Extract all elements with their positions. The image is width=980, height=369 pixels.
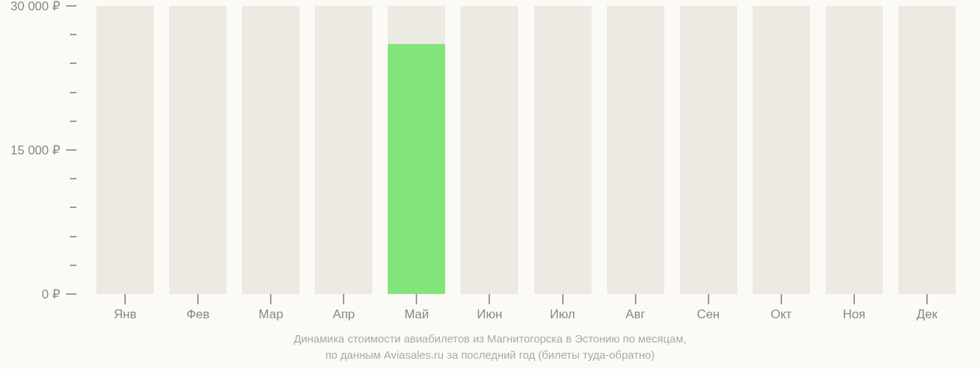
y-axis-label: 0 ₽: [42, 287, 60, 302]
x-axis-tick: [270, 294, 271, 304]
y-axis-minor-tick: [70, 121, 77, 122]
bar-background: [607, 6, 664, 294]
y-axis-minor-tick: [70, 34, 77, 35]
x-axis-tick: [489, 294, 490, 304]
bar-background: [461, 6, 518, 294]
bar-Дек: [898, 6, 956, 294]
bar-value: [388, 44, 445, 294]
caption-line-1: Динамика стоимости авиабилетов из Магнит…: [294, 332, 686, 345]
x-axis-label: Фев: [186, 307, 209, 322]
bar-Мар: [242, 6, 299, 294]
bar-background: [242, 6, 299, 294]
x-axis-label: Мар: [259, 307, 283, 322]
x-axis-label: Авг: [625, 307, 645, 322]
bar-background: [680, 6, 737, 294]
x-axis-label: Июл: [550, 307, 575, 322]
bar-background: [825, 6, 883, 294]
bar-Апр: [315, 6, 372, 294]
x-axis-tick: [343, 294, 344, 304]
x-axis-tick: [197, 294, 199, 304]
y-axis-label: 30 000 ₽: [10, 0, 60, 14]
x-axis-tick: [124, 294, 126, 304]
x-axis-tick: [853, 294, 855, 304]
x-axis-tick: [635, 294, 636, 304]
x-axis-label: Апр: [333, 307, 355, 322]
bar-Июл: [534, 6, 592, 294]
bar-background: [534, 6, 592, 294]
bar-Фев: [169, 6, 227, 294]
y-axis-minor-tick: [70, 236, 77, 237]
bar-Сен: [680, 6, 737, 294]
y-axis-minor-tick: [70, 92, 77, 93]
x-axis-tick: [781, 294, 782, 304]
x-axis-label: Янв: [114, 307, 137, 322]
bar-Авг: [607, 6, 664, 294]
bar-background: [96, 6, 154, 294]
y-axis-tick: [66, 293, 77, 295]
bar-Май: [388, 6, 445, 294]
chart-plot-area: [81, 6, 971, 294]
y-axis-minor-tick: [70, 207, 77, 208]
x-axis-label: Ноя: [842, 307, 865, 322]
y-axis: 0 ₽15 000 ₽30 000 ₽: [0, 6, 81, 294]
bar-background: [169, 6, 227, 294]
bar-background: [898, 6, 956, 294]
chart-caption: Динамика стоимости авиабилетов из Магнит…: [0, 331, 980, 363]
x-axis-label: Дек: [917, 307, 937, 322]
x-axis-label: Окт: [770, 307, 792, 322]
x-axis-tick: [926, 294, 928, 304]
y-axis-minor-tick: [70, 178, 77, 179]
x-axis-tick: [708, 294, 709, 304]
bar-Ноя: [825, 6, 883, 294]
bar-background: [315, 6, 372, 294]
bar-Июн: [461, 6, 518, 294]
y-axis-minor-tick: [70, 265, 77, 266]
x-axis-label: Июн: [477, 307, 502, 322]
bar-Окт: [753, 6, 810, 294]
bar-Янв: [96, 6, 154, 294]
x-axis-label: Май: [405, 307, 429, 322]
y-axis-tick: [66, 149, 77, 151]
y-axis-tick: [66, 5, 77, 7]
bar-background: [753, 6, 810, 294]
x-axis-label: Сен: [697, 307, 720, 322]
y-axis-label: 15 000 ₽: [10, 143, 60, 158]
x-axis-tick: [416, 294, 417, 304]
y-axis-minor-tick: [70, 62, 77, 64]
caption-line-2: по данным Aviasales.ru за последний год …: [325, 348, 655, 361]
x-axis-tick: [562, 294, 564, 304]
